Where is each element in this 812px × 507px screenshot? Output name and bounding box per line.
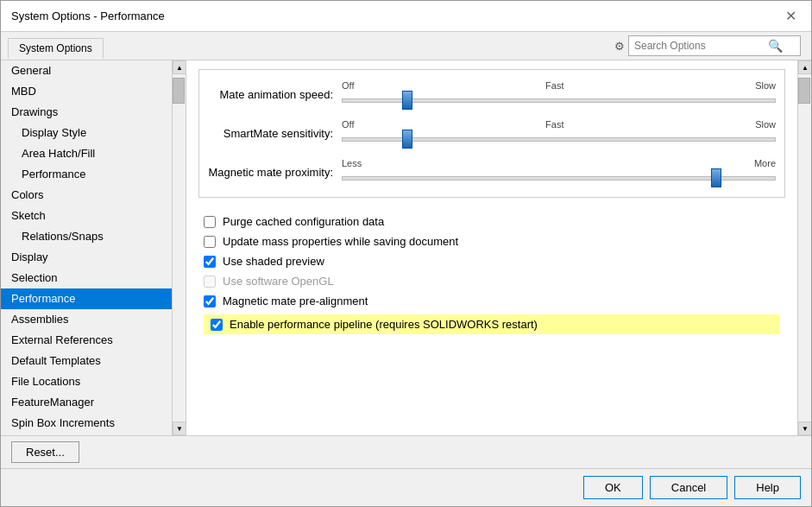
more-label-magnetic: More (754, 158, 776, 168)
tree-item-area-hatch-fill[interactable]: Area Hatch/Fill (1, 143, 172, 164)
slider-row-mate: Mate animation speed: Off Fast Slow (208, 75, 776, 114)
checkbox-label-2: Use shaded preview (223, 255, 324, 268)
tree-item-selection[interactable]: Selection (1, 268, 172, 288)
tree-item-relations-snaps[interactable]: Relations/Snaps (1, 226, 172, 247)
checkbox-label-1: Update mass properties while saving docu… (223, 235, 458, 248)
right-panel: Mate animation speed: Off Fast Slow (186, 60, 797, 435)
tree-item-assemblies[interactable]: Assemblies (1, 309, 172, 330)
slider-widget-smartmate: Off Fast Slow (342, 119, 776, 148)
checkbox-5[interactable] (211, 319, 223, 331)
tree-item-featuremanager[interactable]: FeatureManager (1, 392, 172, 413)
tabs-container: System Options (8, 38, 105, 58)
ok-button[interactable]: OK (583, 476, 643, 499)
scroll-up-arrow[interactable]: ▲ (173, 60, 186, 74)
fast-label-smartmate: Fast (545, 119, 563, 130)
tree-container: GeneralMBDDrawingsDisplay StyleArea Hatc… (1, 60, 172, 435)
dialog-title: System Options - Performance (11, 10, 165, 22)
tree-item-default-templates[interactable]: Default Templates (1, 351, 172, 371)
axis-row-magnetic: Less More (342, 158, 776, 168)
tree-item-general[interactable]: General (1, 60, 172, 81)
checkbox-2[interactable] (204, 256, 216, 268)
less-label-magnetic: Less (342, 158, 362, 168)
checkbox-0[interactable] (204, 216, 216, 228)
tree-item-file-locations[interactable]: File Locations (1, 371, 172, 392)
slider-row-magnetic: Magnetic mate proximity: Less More (208, 153, 776, 192)
tree-list: GeneralMBDDrawingsDisplay StyleArea Hatc… (1, 60, 172, 435)
checkbox-4[interactable] (204, 295, 216, 307)
tree-item-sketch[interactable]: Sketch (1, 206, 172, 226)
thumb-mate[interactable] (402, 91, 412, 110)
right-scroll-up[interactable]: ▲ (798, 60, 811, 74)
tree-item-display[interactable]: Display (1, 247, 172, 268)
tree-item-mbd[interactable]: MBD (1, 81, 172, 102)
tree-item-performance[interactable]: Performance (1, 288, 172, 309)
slider-widget-mate: Off Fast Slow (342, 80, 776, 109)
sliders-section: Mate animation speed: Off Fast Slow (198, 69, 785, 198)
checkbox-label-4: Magnetic mate pre-alignment (223, 295, 368, 307)
slider-label-smartmate: SmartMate sensitivity: (208, 127, 342, 140)
checkbox-label-3: Use software OpenGL (223, 275, 334, 288)
right-scroll-thumb[interactable] (798, 78, 810, 104)
system-options-dialog: System Options - Performance ✕ System Op… (0, 0, 812, 507)
checkbox-label-5: Enable performance pipeline (requires SO… (230, 318, 538, 331)
scroll-thumb[interactable] (173, 78, 185, 104)
fast-label-mate: Fast (545, 80, 563, 91)
tab-system-options[interactable]: System Options (8, 38, 104, 59)
checkbox-row-5: Enable performance pipeline (requires SO… (204, 314, 780, 334)
slider-label-mate: Mate animation speed: (208, 88, 342, 101)
close-button[interactable]: ✕ (780, 6, 801, 27)
axis-row-mate: Off Fast Slow (342, 80, 776, 91)
search-icon: 🔍 (768, 39, 783, 53)
right-scroll-down[interactable]: ▼ (798, 421, 811, 435)
checkbox-label-0: Purge cached configuration data (223, 215, 384, 228)
thumb-smartmate[interactable] (402, 130, 412, 149)
off-label-mate: Off (342, 80, 354, 91)
reset-button[interactable]: Reset... (11, 441, 79, 463)
track-smartmate[interactable] (342, 130, 776, 148)
cancel-button[interactable]: Cancel (650, 476, 727, 499)
scroll-thumb-area (173, 74, 186, 421)
track-mate[interactable] (342, 92, 776, 109)
checkbox-row-0: Purge cached configuration data (204, 215, 780, 228)
tree-item-colors[interactable]: Colors (1, 185, 172, 206)
title-bar: System Options - Performance ✕ (1, 1, 811, 32)
help-button[interactable]: Help (734, 476, 801, 499)
button-bar: OK Cancel Help (1, 468, 811, 506)
scroll-down-arrow[interactable]: ▼ (173, 421, 186, 435)
search-area: ⚙ 🔍 (614, 35, 801, 56)
checkboxes-section: Purge cached configuration dataUpdate ma… (186, 205, 797, 348)
search-input[interactable] (634, 40, 768, 52)
right-panel-wrapper: Mate animation speed: Off Fast Slow (186, 60, 811, 435)
tree-item-external-references[interactable]: External References (1, 330, 172, 351)
slider-label-magnetic: Magnetic mate proximity: (208, 166, 342, 179)
left-panel: GeneralMBDDrawingsDisplay StyleArea Hatc… (1, 60, 186, 435)
right-scroll-area: Mate animation speed: Off Fast Slow (186, 60, 797, 435)
checkbox-row-2: Use shaded preview (204, 255, 780, 268)
checkbox-row-1: Update mass properties while saving docu… (204, 235, 780, 248)
checkbox-row-3: Use software OpenGL (204, 275, 780, 288)
slow-label-smartmate: Slow (755, 119, 776, 130)
slow-label-mate: Slow (755, 80, 776, 91)
tree-item-drawings[interactable]: Drawings (1, 102, 172, 123)
gear-icon: ⚙ (614, 40, 625, 53)
tree-item-spin-box-increments[interactable]: Spin Box Increments (1, 413, 172, 434)
checkbox-1[interactable] (204, 236, 216, 248)
track-magnetic[interactable] (342, 169, 776, 187)
slider-widget-magnetic: Less More (342, 158, 776, 187)
right-scrollbar: ▲ ▼ (797, 60, 811, 435)
checkbox-row-4: Magnetic mate pre-alignment (204, 295, 780, 307)
checkbox-3[interactable] (204, 276, 216, 288)
right-scroll-track (798, 74, 811, 421)
left-scrollbar: ▲ ▼ (172, 60, 186, 435)
tree-item-performance[interactable]: Performance (1, 164, 172, 185)
reset-area: Reset... (1, 435, 811, 468)
axis-row-smartmate: Off Fast Slow (342, 119, 776, 130)
thumb-magnetic[interactable] (711, 168, 721, 187)
off-label-smartmate: Off (342, 119, 354, 130)
slider-row-smartmate: SmartMate sensitivity: Off Fast Slow (208, 114, 776, 153)
tree-item-display-style[interactable]: Display Style (1, 123, 172, 143)
content-area: GeneralMBDDrawingsDisplay StyleArea Hatc… (1, 60, 811, 435)
